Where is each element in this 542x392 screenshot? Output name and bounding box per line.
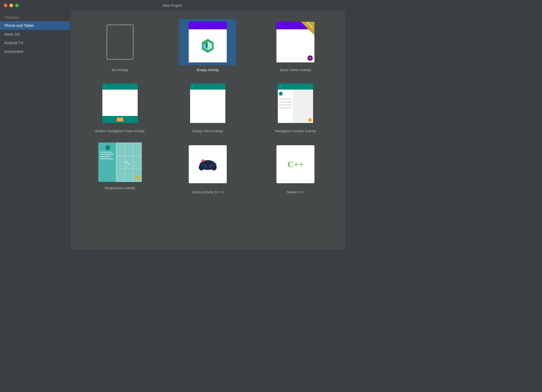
eva-body bbox=[190, 90, 225, 123]
template-empty-view[interactable]: ← Empty View Activity bbox=[169, 80, 246, 133]
nda-item-4 bbox=[279, 107, 292, 109]
basic-views-phone-mockup: ← + PREVIEW bbox=[276, 22, 314, 62]
basic-views-card[interactable]: ← + PREVIEW bbox=[267, 19, 324, 65]
template-no-activity[interactable]: No Activity bbox=[81, 19, 158, 72]
ra-cell-1 bbox=[116, 143, 125, 156]
basic-views-label: Basic Views Activity bbox=[280, 68, 311, 72]
nav-drawer-phone-mockup: ← ⋮ bbox=[278, 84, 313, 123]
nda-drawer bbox=[278, 90, 293, 123]
minimize-button[interactable] bbox=[10, 4, 13, 7]
empty-activity-phone-mockup: ← bbox=[189, 22, 227, 62]
ra-cell-8 bbox=[125, 169, 133, 182]
svg-point-11 bbox=[212, 163, 213, 165]
no-activity-label: No Activity bbox=[112, 68, 128, 72]
window-controls bbox=[4, 4, 19, 7]
nda-dots: ⋮ bbox=[309, 85, 311, 88]
sidebar-item-automotive[interactable]: Automotive bbox=[0, 47, 70, 56]
game-activity-label: Game Activity (C++) bbox=[192, 190, 223, 194]
nda-item-1 bbox=[279, 98, 292, 100]
bva-back-arrow: ← bbox=[279, 24, 282, 27]
nav-drawer-label: Navigation Drawer Activity bbox=[275, 129, 316, 133]
ea-body bbox=[189, 29, 227, 62]
responsive-card[interactable]: ↕ bbox=[96, 141, 144, 183]
sidebar-item-phone-tablet[interactable]: Phone and Tablet bbox=[0, 21, 70, 30]
preview-badge: PREVIEW bbox=[301, 22, 314, 35]
svg-rect-10 bbox=[202, 163, 203, 166]
empty-view-card[interactable]: ← bbox=[179, 80, 236, 126]
sidebar-item-android-tv[interactable]: Android TV bbox=[0, 39, 70, 47]
ra-left-panel bbox=[98, 143, 117, 182]
template-basic-views[interactable]: ← + PREVIEW Basic Views Activity bbox=[257, 19, 334, 72]
responsive-phone-mockup: ↕ bbox=[98, 143, 142, 182]
ra-line-4 bbox=[100, 158, 113, 159]
sidebar: Templates Phone and Tablet Wear OS Andro… bbox=[0, 11, 71, 250]
bottom-nav-label: Bottom Navigation View Activity bbox=[95, 129, 145, 133]
nda-avatar bbox=[279, 92, 283, 96]
nda-back-arrow: ← bbox=[279, 85, 282, 88]
ea-header: ← bbox=[189, 22, 227, 29]
nda-item-3 bbox=[279, 104, 292, 106]
game-controller-icon bbox=[198, 157, 217, 172]
bottom-nav-card[interactable]: ← ⋮ bbox=[92, 80, 149, 126]
android-studio-icon bbox=[200, 38, 216, 54]
window-title: New Project bbox=[163, 4, 182, 8]
svg-point-14 bbox=[215, 163, 216, 165]
nda-header: ← ⋮ bbox=[278, 84, 313, 90]
no-activity-dashed-border bbox=[106, 24, 134, 60]
ra-line-1 bbox=[100, 152, 112, 153]
bna-header: ← ⋮ bbox=[102, 84, 138, 90]
bna-footer bbox=[102, 116, 138, 123]
nda-body bbox=[278, 90, 313, 123]
ra-fab bbox=[136, 176, 140, 180]
bna-dots: ⋮ bbox=[133, 85, 136, 88]
ra-cell-4 bbox=[116, 156, 125, 169]
no-activity-card[interactable] bbox=[92, 19, 149, 65]
svg-point-16 bbox=[204, 165, 207, 168]
nda-item-2 bbox=[279, 101, 292, 103]
ra-cell-2 bbox=[125, 143, 133, 156]
template-empty-activity[interactable]: ← bbox=[169, 19, 246, 72]
template-responsive[interactable]: ↕ Responsive Activity bbox=[81, 141, 158, 194]
template-grid: No Activity ← bbox=[81, 19, 334, 194]
main-layout: Templates Phone and Tablet Wear OS Andro… bbox=[0, 11, 345, 250]
nav-drawer-card[interactable]: ← ⋮ bbox=[267, 80, 324, 126]
svg-point-12 bbox=[213, 162, 215, 164]
game-card-inner bbox=[189, 145, 227, 183]
cpp-icon: C++ bbox=[288, 159, 304, 169]
ea-back-arrow: ← bbox=[191, 24, 194, 27]
template-game-activity[interactable]: Game Activity (C++) bbox=[169, 141, 246, 194]
ra-line-3 bbox=[100, 156, 111, 157]
template-bottom-nav[interactable]: ← ⋮ Bottom Navigation View Activity bbox=[81, 80, 158, 133]
svg-point-17 bbox=[209, 165, 212, 168]
empty-activity-card[interactable]: ← bbox=[179, 19, 236, 65]
ra-cell-3 bbox=[133, 143, 141, 156]
sidebar-item-wear-os[interactable]: Wear OS bbox=[0, 30, 70, 39]
maximize-button[interactable] bbox=[15, 4, 19, 7]
eva-back-arrow: ← bbox=[192, 85, 195, 88]
empty-view-phone-mockup: ← bbox=[190, 84, 225, 123]
native-cpp-inner: C++ bbox=[276, 145, 314, 183]
nda-main bbox=[293, 90, 313, 123]
template-nav-drawer[interactable]: ← ⋮ bbox=[257, 80, 334, 133]
empty-view-label: Empty View Activity bbox=[193, 129, 223, 133]
ra-cell-6 bbox=[133, 156, 141, 169]
svg-point-13 bbox=[213, 164, 215, 166]
title-bar: New Project bbox=[0, 0, 345, 11]
bva-fab: + bbox=[307, 55, 313, 61]
eva-header: ← bbox=[190, 84, 225, 90]
bna-yellow-bar bbox=[117, 118, 123, 121]
bottom-nav-phone-mockup: ← ⋮ bbox=[102, 84, 138, 123]
close-button[interactable] bbox=[4, 4, 7, 7]
ra-cell-7 bbox=[116, 169, 125, 182]
game-activity-card[interactable] bbox=[179, 141, 236, 187]
responsive-label: Responsive Activity bbox=[105, 186, 135, 190]
ra-line-2 bbox=[100, 154, 114, 155]
bna-body bbox=[102, 90, 138, 116]
ra-avatar bbox=[105, 145, 110, 150]
svg-point-15 bbox=[201, 159, 204, 162]
content-area: No Activity ← bbox=[71, 11, 345, 250]
template-native-cpp[interactable]: C++ Native C++ bbox=[257, 141, 334, 194]
nda-fab bbox=[308, 118, 312, 122]
native-cpp-label: Native C++ bbox=[287, 190, 304, 194]
native-cpp-card[interactable]: C++ bbox=[267, 141, 324, 187]
